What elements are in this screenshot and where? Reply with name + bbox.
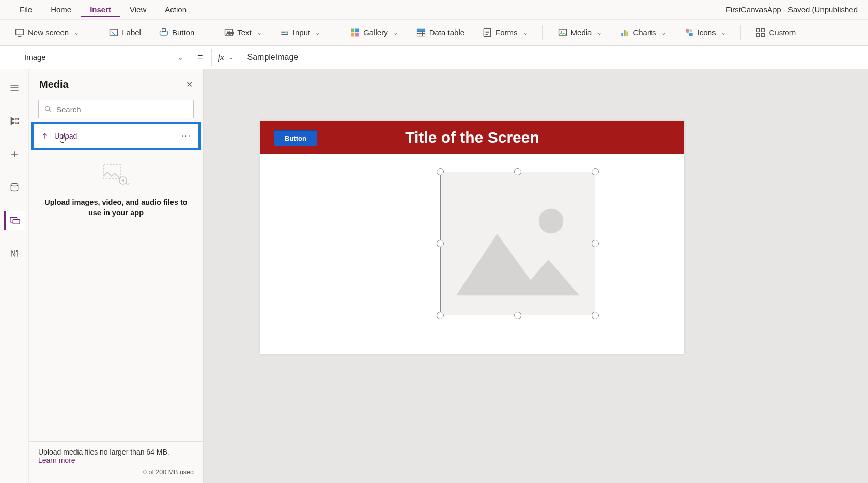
label-label: Label bbox=[122, 28, 141, 37]
svg-rect-23 bbox=[757, 33, 760, 36]
custom-button[interactable]: Custom bbox=[750, 24, 801, 41]
menu-view[interactable]: View bbox=[120, 2, 156, 17]
media-empty-icon bbox=[102, 164, 130, 189]
tree-view-icon[interactable] bbox=[4, 112, 25, 130]
svg-rect-9 bbox=[351, 33, 355, 36]
search-icon bbox=[44, 105, 52, 113]
fx-button[interactable]: fx ⌄ bbox=[211, 49, 240, 66]
panel-footer: Upload media files no larger than 64 MB.… bbox=[29, 441, 203, 483]
button-label-text: Button bbox=[172, 28, 194, 37]
selected-image-control[interactable] bbox=[440, 172, 595, 315]
chevron-down-icon: ⌄ bbox=[257, 29, 262, 36]
app-header: Button Title of the Screen bbox=[260, 121, 684, 154]
svg-point-27 bbox=[11, 184, 18, 186]
resize-handle[interactable] bbox=[437, 168, 444, 175]
more-icon[interactable]: ··· bbox=[181, 131, 191, 141]
new-screen-button[interactable]: New screen ⌄ bbox=[9, 24, 84, 41]
placeholder-image-icon bbox=[446, 177, 590, 310]
media-label: Media bbox=[571, 28, 592, 37]
gallery-icon bbox=[350, 27, 360, 38]
menu-file[interactable]: File bbox=[10, 2, 41, 17]
icons-dropdown[interactable]: Icons ⌄ bbox=[679, 24, 732, 41]
input-dropdown[interactable]: Input ⌄ bbox=[274, 24, 326, 41]
datatable-button[interactable]: Data table bbox=[411, 24, 470, 41]
input-icon bbox=[280, 27, 290, 38]
search-input[interactable] bbox=[56, 105, 188, 114]
resize-handle[interactable] bbox=[437, 312, 444, 319]
forms-icon bbox=[482, 27, 492, 38]
ribbon-insert: New screen ⌄ Label Button Abc Text ⌄ Inp… bbox=[0, 20, 868, 46]
icons-label: Icons bbox=[698, 28, 716, 37]
svg-point-32 bbox=[16, 250, 18, 252]
chevron-down-icon: ⌄ bbox=[661, 29, 667, 36]
svg-point-33 bbox=[45, 107, 50, 111]
svg-point-30 bbox=[11, 251, 12, 253]
canvas-button-control[interactable]: Button bbox=[274, 130, 317, 146]
svg-rect-24 bbox=[762, 33, 765, 36]
resize-handle[interactable] bbox=[592, 168, 599, 175]
new-screen-label: New screen bbox=[28, 28, 69, 37]
chevron-down-icon: ⌄ bbox=[177, 53, 183, 62]
data-icon[interactable] bbox=[4, 178, 25, 197]
svg-rect-16 bbox=[622, 33, 623, 36]
svg-point-6 bbox=[286, 32, 288, 33]
empty-text: Upload images, video, and audio files to… bbox=[41, 197, 191, 218]
storage-usage: 0 of 200 MB used bbox=[38, 469, 194, 476]
resize-handle[interactable] bbox=[592, 312, 599, 319]
chevron-down-icon: ⌄ bbox=[393, 29, 398, 36]
tools-icon[interactable] bbox=[4, 244, 25, 263]
resize-handle[interactable] bbox=[592, 240, 599, 247]
canvas-title-label[interactable]: Title of the Screen bbox=[260, 129, 684, 146]
fx-label: fx bbox=[218, 52, 224, 63]
property-selector[interactable]: Image ⌄ bbox=[19, 49, 189, 66]
search-box[interactable] bbox=[38, 100, 194, 118]
upload-button[interactable]: Upload ··· bbox=[34, 124, 198, 148]
charts-icon bbox=[619, 27, 630, 38]
button-icon bbox=[159, 27, 169, 38]
menu-home[interactable]: Home bbox=[41, 2, 81, 17]
resize-handle[interactable] bbox=[514, 312, 521, 319]
label-button[interactable]: Label bbox=[103, 24, 146, 41]
hamburger-icon[interactable] bbox=[4, 79, 25, 97]
upload-label: Upload bbox=[54, 132, 77, 140]
svg-rect-22 bbox=[762, 28, 765, 32]
forms-dropdown[interactable]: Forms ⌄ bbox=[477, 24, 533, 41]
charts-label: Charts bbox=[633, 28, 656, 37]
learn-more-link[interactable]: Learn more bbox=[38, 456, 75, 464]
upload-icon bbox=[41, 132, 49, 140]
text-icon: Abc bbox=[224, 27, 234, 38]
left-rail bbox=[0, 69, 29, 483]
menu-action[interactable]: Action bbox=[156, 2, 196, 17]
close-icon[interactable]: ✕ bbox=[186, 80, 193, 89]
insert-icon[interactable] bbox=[4, 145, 25, 163]
button-button[interactable]: Button bbox=[153, 24, 199, 41]
media-dropdown[interactable]: Media ⌄ bbox=[552, 24, 608, 41]
forms-label: Forms bbox=[495, 28, 518, 37]
svg-rect-10 bbox=[355, 33, 359, 36]
svg-rect-17 bbox=[624, 30, 626, 36]
chevron-down-icon: ⌄ bbox=[597, 29, 602, 36]
chevron-down-icon: ⌄ bbox=[721, 29, 726, 36]
datatable-icon bbox=[416, 27, 426, 38]
label-icon bbox=[109, 27, 119, 38]
chevron-down-icon: ⌄ bbox=[315, 29, 320, 36]
image-placeholder[interactable] bbox=[440, 172, 595, 315]
svg-rect-26 bbox=[15, 122, 18, 124]
equals-sign: = bbox=[189, 52, 211, 63]
media-panel: Media ✕ Upload ··· Upload images, video,… bbox=[29, 69, 204, 483]
app-screen[interactable]: Button Title of the Screen bbox=[260, 121, 684, 354]
charts-dropdown[interactable]: Charts ⌄ bbox=[614, 24, 671, 41]
svg-text:Abc: Abc bbox=[227, 31, 234, 35]
input-label: Input bbox=[293, 28, 310, 37]
resize-handle[interactable] bbox=[437, 240, 444, 247]
canvas-area[interactable]: Button Title of the Screen bbox=[204, 69, 868, 483]
menu-insert[interactable]: Insert bbox=[81, 2, 120, 17]
svg-rect-25 bbox=[15, 118, 18, 120]
formula-input[interactable]: SampleImage bbox=[240, 49, 868, 66]
gallery-dropdown[interactable]: Gallery ⌄ bbox=[345, 24, 404, 41]
resize-handle[interactable] bbox=[514, 168, 521, 175]
chevron-down-icon: ⌄ bbox=[228, 54, 234, 61]
svg-rect-12 bbox=[417, 29, 425, 31]
media-rail-icon[interactable] bbox=[4, 211, 25, 230]
text-dropdown[interactable]: Abc Text ⌄ bbox=[219, 24, 267, 41]
